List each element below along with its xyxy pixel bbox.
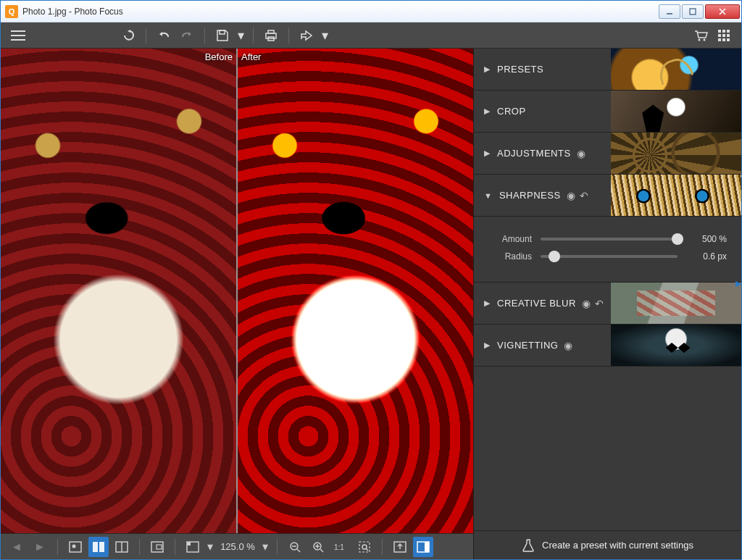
- sharpness-body: Amount 500 % Radius 0.6 px: [474, 217, 741, 283]
- share-icon: [299, 30, 314, 41]
- slider-thumb[interactable]: [549, 251, 560, 262]
- svg-rect-28: [187, 542, 191, 546]
- top-toolbar: ▾ ▾: [1, 22, 741, 49]
- background-dropdown[interactable]: ▾: [206, 537, 214, 557]
- section-crop[interactable]: ▶ CROP: [474, 91, 741, 133]
- section-title: PRESETS: [497, 64, 543, 75]
- crop-thumb: [611, 91, 741, 132]
- bottom-toolbar: ◄ ►: [1, 533, 473, 559]
- svg-line-33: [320, 549, 323, 552]
- svg-text:1:1: 1:1: [334, 543, 344, 551]
- amount-label: Amount: [488, 234, 532, 244]
- zoom-in-icon: [312, 540, 325, 553]
- section-title: SHARPNESS: [499, 190, 561, 201]
- after-label: After: [241, 51, 261, 62]
- section-vignetting[interactable]: ▶ VIGNETTING ◉: [474, 325, 741, 367]
- svg-rect-1: [690, 9, 696, 14]
- save-dropdown[interactable]: ▾: [235, 25, 246, 46]
- undo-icon: [157, 30, 171, 41]
- split-view-button[interactable]: [88, 537, 109, 557]
- fullscreen-button[interactable]: [390, 537, 410, 557]
- window-minimize-button[interactable]: [659, 4, 680, 19]
- side-by-side-button[interactable]: [112, 537, 132, 557]
- vignetting-thumb: [611, 325, 741, 366]
- visibility-icon[interactable]: ◉: [564, 340, 572, 351]
- zoom-dropdown[interactable]: ▾: [261, 537, 270, 557]
- section-sharpness[interactable]: ▼ SHARPNESS ◉ ↶: [474, 175, 741, 217]
- redo-icon: [180, 30, 194, 41]
- sidebyside-icon: [115, 541, 128, 553]
- window-maximize-button[interactable]: [682, 4, 704, 19]
- zoom-fit-icon: [358, 540, 371, 553]
- section-title: CROP: [497, 106, 526, 117]
- before-label: Before: [205, 51, 233, 62]
- single-view-button[interactable]: [65, 537, 86, 557]
- svg-rect-15: [727, 34, 730, 37]
- svg-rect-18: [727, 38, 730, 41]
- visibility-icon[interactable]: ◉: [582, 298, 591, 309]
- before-image: [1, 49, 236, 533]
- zoom-out-icon: [288, 540, 301, 553]
- svg-rect-5: [266, 33, 276, 38]
- cart-button[interactable]: [691, 25, 711, 46]
- window-titlebar: Q Photo 1.jpg - Photo Focus: [1, 1, 741, 22]
- svg-rect-13: [718, 34, 721, 37]
- reset-icon[interactable]: ↶: [580, 190, 588, 201]
- section-title: CREATIVE BLUR: [497, 298, 576, 309]
- visibility-icon[interactable]: ◉: [567, 190, 575, 201]
- image-canvas[interactable]: Before After: [1, 49, 473, 533]
- zoom-fit-button[interactable]: [354, 537, 375, 557]
- grid-view-button[interactable]: [714, 25, 734, 46]
- panel-icon: [417, 541, 430, 553]
- zoom-in-button[interactable]: [308, 537, 328, 557]
- section-title: VIGNETTING: [497, 340, 558, 351]
- svg-line-30: [297, 549, 300, 552]
- svg-rect-42: [425, 542, 429, 552]
- svg-rect-17: [722, 38, 725, 41]
- flask-icon: [522, 538, 535, 553]
- svg-rect-16: [718, 38, 721, 41]
- radius-value: 0.6 px: [686, 251, 727, 262]
- radius-slider[interactable]: [541, 255, 678, 258]
- section-presets[interactable]: ▶ PRESETS: [474, 49, 741, 91]
- amount-slider[interactable]: [541, 238, 678, 241]
- zoom-value[interactable]: 125.0 %: [219, 541, 257, 552]
- blur-thumb: [611, 283, 741, 324]
- radius-label: Radius: [488, 251, 532, 262]
- chevron-right-icon: ▶: [484, 106, 490, 116]
- svg-rect-6: [268, 30, 274, 33]
- section-adjustments[interactable]: ▶ ADJUSTMENTS ◉: [474, 133, 741, 175]
- menu-button[interactable]: [8, 25, 28, 46]
- visibility-icon[interactable]: ◉: [577, 148, 585, 159]
- save-icon: [216, 29, 229, 42]
- panel-collapse-arrow[interactable]: ▶: [735, 276, 741, 291]
- chevron-down-icon: ▼: [484, 191, 492, 200]
- amount-value: 500 %: [686, 234, 727, 244]
- adjustments-thumb: [611, 133, 741, 174]
- svg-rect-21: [93, 542, 98, 552]
- share-button[interactable]: [296, 25, 317, 46]
- slider-thumb[interactable]: [672, 233, 683, 245]
- zoom-out-button[interactable]: [285, 537, 305, 557]
- print-button[interactable]: [261, 25, 281, 46]
- panel-toggle-button[interactable]: [413, 537, 433, 557]
- save-button[interactable]: [212, 25, 233, 46]
- chevron-right-icon: ▶: [484, 149, 490, 158]
- window-close-button[interactable]: [705, 4, 740, 19]
- prev-image-button[interactable]: ◄: [7, 537, 27, 557]
- chevron-right-icon: ▶: [484, 64, 490, 74]
- redo-button[interactable]: [177, 25, 197, 46]
- navigator-button[interactable]: [147, 537, 167, 557]
- background-button[interactable]: [183, 537, 203, 557]
- svg-rect-26: [157, 545, 162, 549]
- reset-icon[interactable]: ↶: [595, 298, 604, 309]
- zoom-100-button[interactable]: 1:1: [331, 537, 351, 557]
- next-image-button[interactable]: ►: [30, 537, 50, 557]
- section-creative-blur[interactable]: ▶ CREATIVE BLUR ◉ ↶: [474, 283, 741, 325]
- create-preset-button[interactable]: Create a preset with current settings: [474, 530, 741, 559]
- share-dropdown[interactable]: ▾: [320, 25, 330, 46]
- svg-rect-12: [727, 30, 730, 33]
- undo-button[interactable]: [154, 25, 174, 46]
- svg-rect-10: [718, 30, 721, 33]
- undo-all-button[interactable]: [118, 25, 138, 46]
